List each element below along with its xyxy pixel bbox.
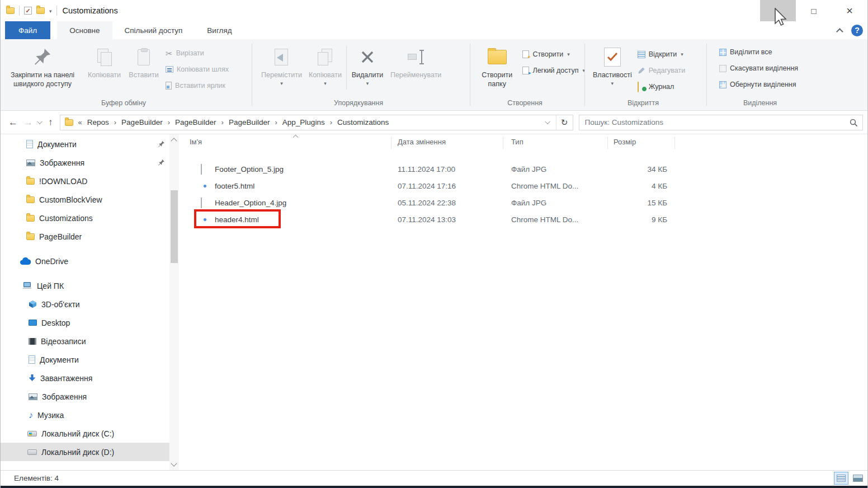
select-none-button[interactable]: Скасувати виділення bbox=[719, 63, 798, 73]
paste-shortcut-button[interactable]: Вставити ярлик bbox=[166, 81, 229, 91]
breadcrumb-item[interactable]: Customizations bbox=[337, 118, 389, 126]
column-header-type[interactable]: Тип bbox=[511, 138, 523, 146]
back-button[interactable]: ← bbox=[8, 117, 18, 128]
tab-file[interactable]: Файл bbox=[5, 21, 50, 39]
copy-path-button[interactable]: Копіювати шлях bbox=[166, 64, 229, 74]
thumbnail-view-button[interactable] bbox=[851, 472, 865, 485]
thumbnail-view-icon bbox=[853, 475, 863, 482]
up-button[interactable]: ↑ bbox=[48, 117, 53, 128]
refresh-button[interactable]: ↻ bbox=[556, 115, 573, 130]
group-label-open: Відкриття bbox=[585, 99, 701, 107]
scrollbar-thumb[interactable] bbox=[171, 190, 178, 263]
sidebar-scrollbar[interactable] bbox=[169, 134, 179, 470]
pin-to-quick-access-button[interactable]: Закріпити на панелі швидкого доступу bbox=[1, 44, 84, 90]
navigation-pane: Документи Зображення !DOWNLOAD CustomBlo… bbox=[1, 134, 178, 470]
dropdown-icon: ▾ bbox=[366, 81, 369, 86]
tab-share[interactable]: Спільний доступ bbox=[112, 21, 195, 39]
separator[interactable] bbox=[503, 137, 503, 149]
column-header-date[interactable]: Дата змінення bbox=[398, 138, 446, 146]
properties-button[interactable]: Властивості ▾ bbox=[589, 44, 635, 87]
column-header-name[interactable]: Ім'я bbox=[190, 138, 202, 146]
sidebar-item-pictures[interactable]: Зображення bbox=[1, 387, 169, 406]
edit-button[interactable]: Редагувати bbox=[638, 65, 685, 76]
forward-button[interactable]: → bbox=[23, 117, 33, 128]
help-button[interactable]: ? bbox=[851, 25, 863, 36]
tab-home[interactable]: Основне bbox=[57, 21, 112, 39]
address-dropdown-icon[interactable] bbox=[545, 119, 550, 124]
file-row[interactable]: Footer_Option_5.jpg 11.11.2024 17:00 Фай… bbox=[178, 161, 856, 177]
cut-button[interactable]: ✂ Вирізати bbox=[166, 48, 229, 58]
onedrive-cloud-icon bbox=[20, 257, 31, 265]
sidebar-item-onedrive[interactable]: OneDrive bbox=[1, 252, 169, 270]
breadcrumb-item[interactable]: PageBuilder bbox=[229, 118, 270, 126]
sidebar-item-desktop[interactable]: Desktop bbox=[1, 313, 169, 332]
scroll-up-icon[interactable] bbox=[171, 138, 177, 144]
separator[interactable] bbox=[607, 137, 608, 149]
easy-access-button[interactable]: Легкий доступ ▾ bbox=[522, 65, 585, 76]
delete-x-icon bbox=[360, 50, 375, 64]
rename-button[interactable]: Перейменувати bbox=[387, 44, 445, 81]
history-button[interactable]: Журнал bbox=[638, 82, 685, 92]
breadcrumb-item[interactable]: Repos bbox=[87, 118, 109, 126]
select-all-button[interactable]: Виділити все bbox=[719, 47, 798, 57]
folder-icon[interactable] bbox=[36, 7, 45, 14]
sidebar-item-customizations[interactable]: Customizations bbox=[1, 209, 169, 227]
breadcrumb-item[interactable]: PageBuilder bbox=[175, 118, 216, 126]
file-date: 05.11.2024 22:38 bbox=[398, 194, 456, 211]
sidebar-item-documents-pinned[interactable]: Документи bbox=[1, 135, 169, 153]
sidebar-item-videos[interactable]: Відеозаписи bbox=[1, 332, 169, 350]
breadcrumb-separator: › bbox=[114, 118, 116, 126]
sidebar-item-music[interactable]: ♪ Музика bbox=[1, 406, 169, 424]
videos-icon bbox=[29, 338, 36, 345]
search-icon[interactable] bbox=[850, 119, 858, 127]
select-all-icon bbox=[719, 49, 727, 56]
select-none-icon bbox=[719, 65, 727, 72]
folder-icon[interactable] bbox=[6, 7, 15, 14]
music-note-icon: ♪ bbox=[29, 411, 33, 420]
details-view-icon bbox=[837, 475, 846, 482]
file-row[interactable]: footer5.html 07.11.2024 17:16 Chrome HTM… bbox=[178, 177, 856, 194]
open-button[interactable]: Відкрити ▾ bbox=[638, 49, 685, 59]
invert-selection-button[interactable]: Обернути виділення bbox=[719, 79, 798, 90]
separator[interactable] bbox=[674, 137, 675, 149]
red-highlight-annotation bbox=[194, 209, 281, 228]
sidebar-item-pictures-pinned[interactable]: Зображення bbox=[1, 153, 169, 172]
recent-locations-icon[interactable] bbox=[37, 119, 43, 124]
copy-to-button[interactable]: Копіювати ▾ bbox=[305, 44, 345, 87]
paste-button[interactable]: Вставити bbox=[124, 44, 163, 81]
sidebar-item-download[interactable]: !DOWNLOAD bbox=[1, 172, 169, 190]
new-item-button[interactable]: Створити ▾ bbox=[522, 49, 585, 59]
delete-button[interactable]: Видалити ▾ bbox=[348, 44, 387, 87]
address-bar[interactable]: « Repos › PageBuilder › PageBuilder › Pa… bbox=[60, 115, 573, 130]
column-header-size[interactable]: Розмір bbox=[614, 138, 636, 146]
qat-dropdown-icon[interactable]: ▾ bbox=[49, 9, 52, 14]
checkbox-icon[interactable]: ✓ bbox=[24, 7, 32, 15]
separator[interactable] bbox=[391, 137, 391, 149]
sidebar-item-customblockview[interactable]: CustomBlockView bbox=[1, 190, 169, 209]
new-folder-button[interactable]: Створити папку bbox=[474, 44, 520, 90]
jpg-file-icon bbox=[201, 198, 202, 208]
sidebar-item-3d-objects[interactable]: 3D-об'єкти bbox=[1, 295, 169, 313]
sidebar-item-local-disk-c[interactable]: Локальний диск (C:) bbox=[1, 424, 169, 443]
breadcrumb-item[interactable]: App_Plugins bbox=[282, 118, 325, 126]
sidebar-item-documents[interactable]: Документи bbox=[1, 350, 169, 369]
sidebar-item-pagebuilder[interactable]: PageBuilder bbox=[1, 227, 169, 246]
ribbon-group-new: Створити папку Створити ▾ Легкий доступ … bbox=[470, 39, 585, 110]
move-to-button[interactable]: Перемістити ▾ bbox=[258, 44, 305, 87]
search-input[interactable] bbox=[579, 115, 863, 130]
sidebar-item-downloads[interactable]: Завантаження bbox=[1, 369, 169, 387]
sidebar-item-local-disk-d[interactable]: Локальний диск (D:) bbox=[1, 443, 169, 461]
tab-view[interactable]: Вигляд bbox=[195, 21, 244, 39]
invert-selection-icon bbox=[719, 81, 727, 88]
scroll-down-icon[interactable] bbox=[171, 460, 177, 466]
maximize-button[interactable]: □ bbox=[796, 0, 832, 21]
breadcrumb-item[interactable]: PageBuilder bbox=[121, 118, 163, 126]
sidebar-item-this-pc[interactable]: Цей ПК bbox=[1, 276, 169, 295]
file-row[interactable]: Header_Option_4.jpg 05.11.2024 22:38 Фай… bbox=[178, 194, 856, 211]
collapse-ribbon-icon[interactable] bbox=[836, 28, 843, 35]
close-button[interactable]: × bbox=[832, 0, 867, 21]
breadcrumb-overflow-icon[interactable]: « bbox=[78, 118, 82, 126]
pictures-icon bbox=[29, 393, 37, 400]
details-view-button[interactable] bbox=[834, 472, 848, 485]
copy-button[interactable]: Копіювати bbox=[84, 44, 124, 81]
